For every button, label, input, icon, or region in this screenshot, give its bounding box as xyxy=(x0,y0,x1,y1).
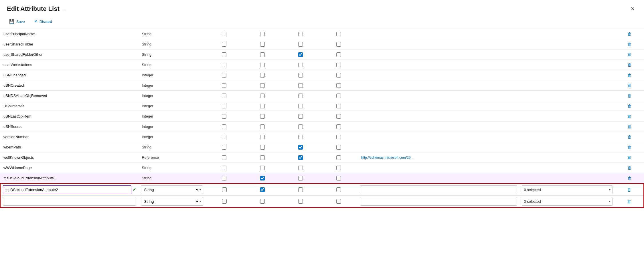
row-type: String xyxy=(138,39,205,49)
row-cb3[interactable] xyxy=(298,114,303,119)
row-cb4[interactable] xyxy=(336,83,341,88)
selected-dropdown[interactable]: 0 selected ▾ xyxy=(522,197,613,206)
delete-row-button[interactable]: 🗑 xyxy=(626,62,633,68)
row-cb4[interactable] xyxy=(336,104,341,108)
save-label: Save xyxy=(16,19,25,24)
new-row-extra-input[interactable] xyxy=(360,185,517,194)
row-cb1[interactable] xyxy=(222,135,226,139)
new-row-cb3[interactable] xyxy=(298,187,303,192)
delete-row-button[interactable]: 🗑 xyxy=(626,175,633,181)
new-row-delete-button[interactable]: 🗑 xyxy=(625,199,633,205)
row-cb2[interactable] xyxy=(260,104,265,108)
delete-row-button[interactable]: 🗑 xyxy=(626,72,633,78)
row-cb4[interactable] xyxy=(336,73,341,78)
row-cb1[interactable] xyxy=(222,63,226,67)
delete-row-button[interactable]: 🗑 xyxy=(626,93,633,99)
row-cb2[interactable] xyxy=(260,32,265,36)
row-cb3[interactable] xyxy=(298,83,303,88)
new-row-type-select[interactable]: String Integer Boolean Reference Binary … xyxy=(143,199,199,204)
new-row-cb1[interactable] xyxy=(222,199,227,204)
delete-row-button[interactable]: 🗑 xyxy=(626,113,633,119)
row-cb3[interactable] xyxy=(298,63,303,67)
row-cb2[interactable] xyxy=(260,176,265,180)
new-row-name-input[interactable] xyxy=(3,185,131,194)
delete-row-button[interactable]: 🗑 xyxy=(626,82,633,88)
row-cb4[interactable] xyxy=(336,63,341,67)
row-cb1[interactable] xyxy=(222,155,226,160)
row-cb1[interactable] xyxy=(222,104,226,108)
row-cb3[interactable] xyxy=(298,42,303,47)
row-cb1[interactable] xyxy=(222,114,226,119)
delete-row-button[interactable]: 🗑 xyxy=(626,51,633,57)
row-cb3[interactable] xyxy=(298,94,303,98)
row-cb4[interactable] xyxy=(336,52,341,57)
row-cb1[interactable] xyxy=(222,32,226,36)
delete-row-button[interactable]: 🗑 xyxy=(626,165,633,171)
row-cb4[interactable] xyxy=(336,135,341,139)
selected-dropdown[interactable]: 0 selected ▾ xyxy=(522,185,613,194)
row-cb2[interactable] xyxy=(260,52,265,57)
row-cb4[interactable] xyxy=(336,166,341,170)
row-cb4[interactable] xyxy=(336,145,341,150)
delete-row-button[interactable]: 🗑 xyxy=(626,31,633,37)
row-cb1[interactable] xyxy=(222,73,226,78)
new-row-type-select[interactable]: String Integer Boolean Reference Binary … xyxy=(143,187,199,192)
row-cb1[interactable] xyxy=(222,176,226,180)
row-cb3[interactable] xyxy=(298,145,303,150)
row-cb3[interactable] xyxy=(298,135,303,139)
discard-button[interactable]: ✕ Discard xyxy=(32,18,54,25)
row-cb1[interactable] xyxy=(222,166,226,170)
new-row-delete-button[interactable]: 🗑 xyxy=(625,187,633,193)
row-cb2[interactable] xyxy=(260,83,265,88)
save-button[interactable]: 💾 Save xyxy=(7,18,27,25)
delete-row-button[interactable]: 🗑 xyxy=(626,144,633,150)
row-cb1[interactable] xyxy=(222,124,226,129)
new-row-cb2[interactable] xyxy=(260,187,265,192)
row-cb4[interactable] xyxy=(336,94,341,98)
row-cb4[interactable] xyxy=(336,114,341,119)
row-cb2[interactable] xyxy=(260,145,265,150)
row-cb3[interactable] xyxy=(298,52,303,57)
new-row-cb2[interactable] xyxy=(260,199,265,204)
new-row-cb4[interactable] xyxy=(336,187,341,192)
row-cb4[interactable] xyxy=(336,32,341,36)
row-cb3[interactable] xyxy=(298,32,303,36)
new-row-cb4[interactable] xyxy=(336,199,341,204)
row-cb3[interactable] xyxy=(298,176,303,180)
row-cb4[interactable] xyxy=(336,124,341,129)
row-cb1[interactable] xyxy=(222,94,226,98)
row-cb2[interactable] xyxy=(260,166,265,170)
new-row-extra-input[interactable] xyxy=(360,197,517,206)
row-cb3[interactable] xyxy=(298,124,303,129)
row-cb2[interactable] xyxy=(260,114,265,119)
row-cb3[interactable] xyxy=(298,155,303,160)
row-cb2[interactable] xyxy=(260,124,265,129)
row-cb1[interactable] xyxy=(222,145,226,150)
row-cb4-cell xyxy=(320,101,358,111)
delete-row-button[interactable]: 🗑 xyxy=(626,124,633,130)
row-cb3[interactable] xyxy=(298,104,303,108)
close-button[interactable]: ✕ xyxy=(628,5,637,13)
new-row-name-input-empty[interactable] xyxy=(3,197,136,206)
delete-row-button[interactable]: 🗑 xyxy=(626,41,633,47)
row-cb4[interactable] xyxy=(336,155,341,160)
row-cb2[interactable] xyxy=(260,135,265,139)
row-cb3[interactable] xyxy=(298,166,303,170)
new-row-cb3[interactable] xyxy=(298,199,303,204)
row-cb2[interactable] xyxy=(260,42,265,47)
delete-row-button[interactable]: 🗑 xyxy=(626,103,633,109)
row-cb2[interactable] xyxy=(260,63,265,67)
row-cb2[interactable] xyxy=(260,155,265,160)
row-cb4[interactable] xyxy=(336,176,341,180)
row-cb1[interactable] xyxy=(222,42,226,47)
row-cb1[interactable] xyxy=(222,83,226,88)
row-cb1[interactable] xyxy=(222,52,226,57)
delete-row-button[interactable]: 🗑 xyxy=(626,154,633,160)
row-cb4[interactable] xyxy=(336,42,341,47)
row-extra xyxy=(358,39,520,49)
row-cb2[interactable] xyxy=(260,94,265,98)
new-row-cb1[interactable] xyxy=(222,187,227,192)
delete-row-button[interactable]: 🗑 xyxy=(626,134,633,140)
row-cb2[interactable] xyxy=(260,73,265,78)
row-cb3[interactable] xyxy=(298,73,303,78)
